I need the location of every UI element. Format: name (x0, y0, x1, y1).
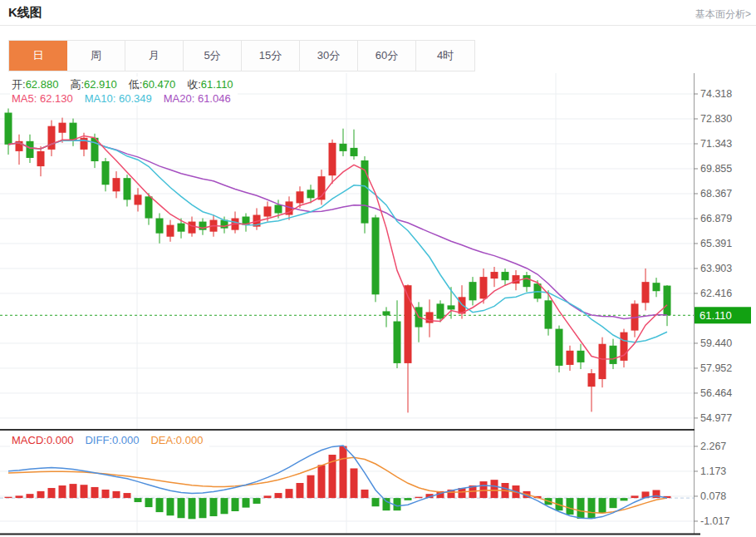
macd-bar (631, 495, 639, 498)
candle (264, 206, 272, 216)
candle (37, 151, 45, 166)
macd-bar (5, 497, 12, 498)
candle (167, 225, 174, 237)
macd-bar (577, 498, 585, 519)
macd-bar (189, 498, 196, 519)
tab-4时[interactable]: 4时 (416, 41, 474, 71)
candle (145, 196, 153, 218)
macd-bar (253, 498, 261, 504)
candle (372, 218, 380, 295)
candle (189, 222, 196, 234)
macd-bar (210, 498, 218, 516)
candle (545, 300, 552, 328)
candle (469, 282, 477, 300)
tab-周[interactable]: 周 (67, 41, 125, 71)
macd-bar (91, 487, 99, 498)
ma10-value: MA10: 60.349 (85, 92, 152, 105)
candle (178, 224, 185, 232)
macd-row: MACD:0.000 DIFF:0.000 DEA:0.000 (10, 433, 209, 447)
macd-bar (318, 465, 326, 498)
close-value: 收:61.110 (187, 77, 233, 92)
candle (340, 144, 347, 151)
macd-bar (351, 468, 358, 498)
axis-label: 74.318 (700, 88, 732, 100)
macd-bar (588, 498, 596, 519)
tab-5分[interactable]: 5分 (184, 41, 242, 71)
macd-bar (405, 498, 412, 500)
candle (102, 161, 110, 185)
low-value: 低:60.470 (129, 77, 175, 92)
tab-bar: 日周月5分15分30分60分4时 (8, 40, 475, 71)
macd-bar (37, 491, 45, 498)
candle (610, 346, 617, 364)
axis-label: 65.391 (700, 238, 732, 249)
candle (81, 138, 88, 150)
axis-label: 71.343 (700, 138, 732, 150)
tab-30分[interactable]: 30分 (300, 41, 358, 71)
macd-bar (610, 498, 617, 508)
axis-label: 0.078 (700, 490, 726, 502)
high-value: 高:62.910 (70, 77, 116, 92)
macd-bar (199, 498, 207, 518)
macd-axis: 2.2671.1730.078-1.017 (694, 441, 729, 527)
candle (664, 286, 671, 316)
candle (59, 123, 66, 133)
tab-日[interactable]: 日 (9, 41, 67, 71)
candle (5, 113, 12, 145)
tab-60分[interactable]: 60分 (358, 41, 416, 71)
axis-label: 56.464 (700, 387, 732, 399)
macd-value: MACD:0.000 (12, 434, 73, 446)
macd-lines (8, 446, 667, 519)
price-axis: 74.31872.83071.34369.85568.36766.87965.3… (694, 73, 732, 534)
axis-label: 68.367 (700, 188, 732, 200)
macd-bar (599, 498, 606, 513)
axis-label: 62.416 (700, 288, 732, 299)
macd-bar (372, 498, 380, 506)
candle (351, 148, 358, 156)
macd-bar (221, 498, 228, 514)
axis-label: 72.830 (700, 113, 732, 125)
fundamental-analysis-link[interactable]: 基本面分析> (695, 7, 751, 22)
candle (329, 143, 336, 175)
macd-bar (340, 446, 347, 498)
axis-label: 66.879 (700, 213, 732, 224)
axis-label: 63.903 (700, 263, 732, 274)
candle (113, 178, 120, 191)
macd-bar (70, 484, 77, 498)
ma20-value: MA20: 61.046 (164, 92, 231, 105)
candle (297, 191, 304, 203)
macd-bar (307, 475, 315, 498)
candle (523, 275, 531, 287)
macd-bar (178, 498, 185, 518)
dea-value: DEA:0.000 (150, 434, 203, 446)
macd-bar (480, 481, 488, 498)
ma-row: MA5: 62.130 MA10: 60.349 MA20: 61.046 (10, 91, 238, 106)
candle (275, 204, 282, 213)
ohlc-row: 开:62.880 高:62.910 低:60.470 收:61.110 (10, 76, 240, 93)
candle (599, 344, 606, 379)
candle (437, 303, 444, 318)
macd-bar (297, 483, 304, 498)
candle (556, 329, 563, 366)
macd-bar (621, 498, 628, 500)
candle (448, 305, 455, 309)
candle (567, 351, 574, 365)
current-price-label: 61.110 (700, 309, 732, 322)
macd-bar (567, 498, 574, 515)
diff-value: DIFF:0.000 (85, 434, 139, 446)
current-price-badge: 61.110 (695, 307, 751, 323)
tab-月[interactable]: 月 (125, 41, 184, 71)
candle (48, 126, 56, 150)
candle (156, 219, 164, 234)
macd-bar (113, 491, 120, 498)
ma5-value: MA5: 62.130 (12, 92, 73, 105)
macd-bar (48, 488, 56, 498)
tab-15分[interactable]: 15分 (242, 41, 300, 71)
header-divider (0, 25, 756, 26)
candle (653, 283, 660, 291)
open-value: 开:62.880 (12, 77, 58, 92)
macd-bar (145, 498, 153, 507)
page-title: K线图 (8, 5, 42, 21)
axis-label: 1.173 (700, 466, 726, 477)
macd-bar (102, 490, 110, 498)
